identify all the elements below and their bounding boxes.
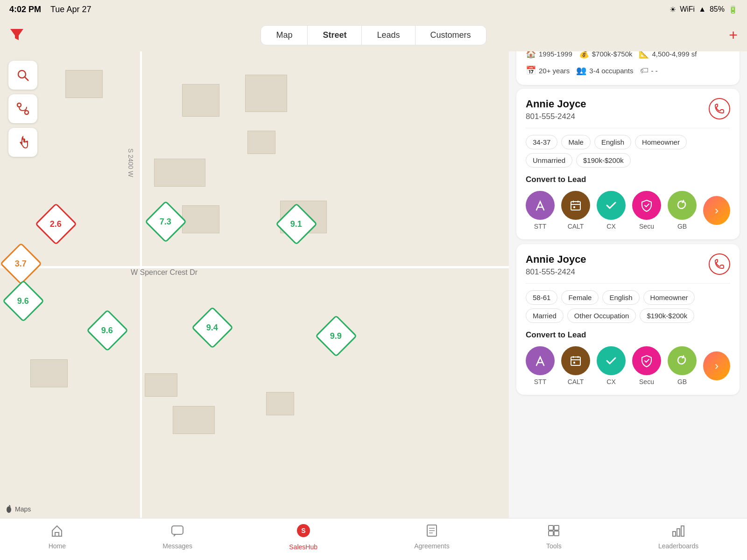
nav-saleshub[interactable]: S SalesHub <box>289 523 317 551</box>
building-3 <box>245 75 287 112</box>
person-2-info: Annie Joyce 801-555-2424 <box>526 253 586 277</box>
route-tool-button[interactable] <box>8 94 37 123</box>
stt-button-1[interactable]: STT <box>526 191 555 230</box>
gb-icon-2 <box>668 346 697 375</box>
svg-point-16 <box>7 506 11 513</box>
add-button[interactable]: + <box>729 27 738 44</box>
marker-2.6[interactable]: 2.6 <box>41 209 71 239</box>
nav-messages[interactable]: Messages <box>162 524 192 550</box>
more-button-1[interactable]: › <box>703 196 730 225</box>
touch-tool-button[interactable] <box>8 128 37 157</box>
nav-home[interactable]: Home <box>49 524 66 550</box>
stt-label-2: STT <box>534 378 546 385</box>
person-1-call-button[interactable] <box>709 98 730 119</box>
person-2-phone: 801-555-2424 <box>526 267 586 277</box>
calt-icon-2 <box>561 346 590 375</box>
nav-tools[interactable]: Tools <box>546 524 562 550</box>
road-vertical-1 <box>140 51 142 518</box>
calt-label-2: CALT <box>568 378 584 385</box>
saleshub-svg: S <box>296 523 311 538</box>
map-tools-left <box>8 61 37 157</box>
marker-3.7[interactable]: 3.7 <box>6 249 36 279</box>
secu-button-2[interactable]: Secu <box>632 346 661 385</box>
occupants-icon: 👥 <box>576 65 586 76</box>
tag-marital-1: Unmarried <box>526 153 572 168</box>
tag-age-1: 34-37 <box>526 135 557 149</box>
stt-svg <box>534 199 547 212</box>
cx-button-1[interactable]: CX <box>597 191 626 230</box>
cx-label-2: CX <box>606 378 615 385</box>
tag-gender-1: Male <box>561 135 591 149</box>
nav-messages-label: Messages <box>162 542 192 550</box>
gb-label-2: GB <box>677 378 687 385</box>
tab-map[interactable]: Map <box>261 26 308 45</box>
building-2 <box>182 84 219 117</box>
building-4 <box>247 131 275 154</box>
cx-icon-2 <box>597 346 626 375</box>
more-button-2[interactable]: › <box>703 351 730 380</box>
extra-icon: 🏷 <box>640 66 648 76</box>
building-1 <box>65 70 103 98</box>
stt-icon-2 <box>526 346 555 375</box>
nav-saleshub-label: SalesHub <box>289 543 317 551</box>
filter-icon <box>9 27 24 42</box>
gb-button-2[interactable]: GB <box>668 346 697 385</box>
agreements-svg <box>425 524 438 537</box>
marker-9.4[interactable]: 9.4 <box>197 313 227 343</box>
tab-leads[interactable]: Leads <box>362 26 415 45</box>
marker-9.1[interactable]: 9.1 <box>282 209 311 239</box>
svg-rect-35 <box>549 525 553 530</box>
messages-svg <box>171 524 184 537</box>
marker-9.6-bottom[interactable]: 9.6 <box>92 315 122 345</box>
road-horizontal-spencer <box>0 266 542 268</box>
gb-svg-2 <box>676 354 689 367</box>
cx-button-2[interactable]: CX <box>597 346 626 385</box>
bottom-nav: Home Messages S SalesHub Ag <box>0 518 747 560</box>
tab-street[interactable]: Street <box>308 26 362 45</box>
person-2-call-button[interactable] <box>709 253 730 275</box>
person-1-phone: 801-555-2424 <box>526 112 586 121</box>
building-6 <box>182 205 219 233</box>
calt-button-2[interactable]: CALT <box>561 346 590 385</box>
svg-rect-22 <box>571 357 580 365</box>
marker-9.9[interactable]: 9.9 <box>321 321 351 351</box>
calt-icon-1 <box>561 191 590 220</box>
secu-svg-2 <box>640 354 653 367</box>
route-icon <box>16 102 29 115</box>
meta-extra: 🏷 - - <box>640 65 658 76</box>
stt-button-2[interactable]: STT <box>526 346 555 385</box>
nav-agreements[interactable]: Agreements <box>414 524 449 550</box>
status-time: 4:02 PM <box>9 5 41 14</box>
leaderboards-svg <box>672 524 685 537</box>
svg-rect-26 <box>573 362 575 364</box>
filter-button[interactable] <box>9 27 24 43</box>
svg-marker-0 <box>10 29 23 40</box>
svg-point-3 <box>17 103 21 107</box>
tag-gender-2: Female <box>561 290 599 305</box>
marker-7.3-active[interactable]: 7.3 <box>151 207 181 237</box>
calt-svg-2 <box>569 354 582 367</box>
tab-customers[interactable]: Customers <box>416 26 486 45</box>
status-icons: ☀ WiFi ▲ 85% 🔋 <box>669 5 738 14</box>
secu-label-2: Secu <box>639 378 654 385</box>
svg-rect-38 <box>554 531 559 536</box>
building-11 <box>266 392 294 415</box>
secu-button-1[interactable]: Secu <box>632 191 661 230</box>
building-9 <box>145 373 177 397</box>
calt-button-1[interactable]: CALT <box>561 191 590 230</box>
gb-button-1[interactable]: GB <box>668 191 697 230</box>
tag-marital-2: Married <box>526 308 564 323</box>
person-1-header: Annie Joyce 801-555-2424 <box>526 98 730 128</box>
secu-label-1: Secu <box>639 223 654 230</box>
tools-svg <box>547 524 560 537</box>
person-1-info: Annie Joyce 801-555-2424 <box>526 98 586 121</box>
phone-icon-1 <box>714 104 725 114</box>
tag-housing-2: Homeowner <box>643 290 695 305</box>
apple-icon <box>5 505 13 513</box>
cx-svg <box>605 199 618 212</box>
nav-leaderboards[interactable]: Leaderboards <box>658 524 698 550</box>
marker-9.6-topleft[interactable]: 9.6 <box>8 286 38 316</box>
svg-rect-27 <box>55 532 59 536</box>
building-8 <box>30 359 68 387</box>
search-tool-button[interactable] <box>8 61 37 90</box>
